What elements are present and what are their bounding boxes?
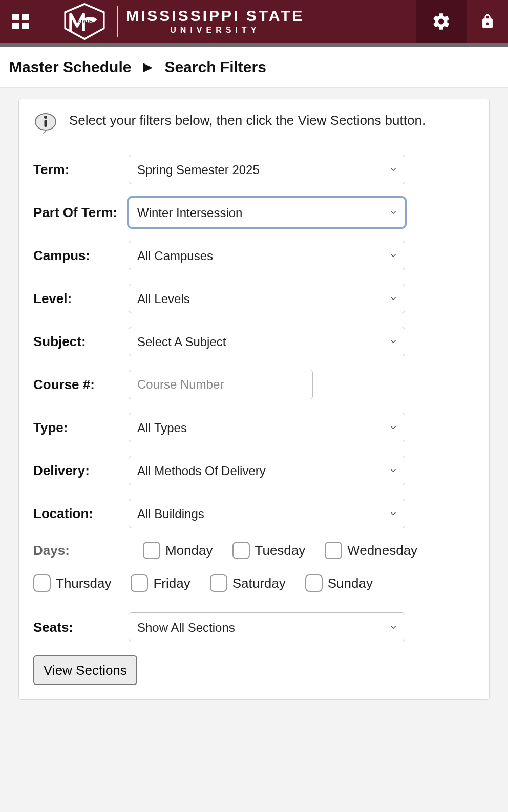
day-label: Saturday: [232, 575, 286, 591]
breadcrumb-root[interactable]: Master Schedule: [9, 58, 131, 76]
page-body: Select your filters below, then click th…: [0, 88, 508, 720]
header-left: STATE MISSISSIPPI STATE UNIVERSITY: [10, 3, 305, 40]
day-sunday[interactable]: Sunday: [305, 574, 373, 592]
row-seats: Seats: Show All Sections: [33, 612, 475, 642]
row-days: Days: Monday Tuesday Wednesday Thursday …: [33, 542, 475, 592]
app-header: STATE MISSISSIPPI STATE UNIVERSITY: [0, 0, 508, 43]
lock-button[interactable]: [477, 11, 498, 32]
intro-block: Select your filters below, then click th…: [33, 112, 475, 136]
gear-icon: [432, 12, 451, 31]
part-of-term-select[interactable]: Winter Intersession: [129, 198, 405, 227]
term-select[interactable]: Spring Semester 2025: [129, 155, 405, 184]
label-part-of-term: Part Of Term:: [33, 205, 129, 221]
label-seats: Seats:: [33, 619, 129, 635]
row-location: Location: All Buildings: [33, 499, 475, 528]
row-type: Type: All Types: [33, 413, 475, 442]
svg-text:STATE: STATE: [77, 18, 93, 24]
day-friday[interactable]: Friday: [131, 574, 190, 592]
checkbox-icon: [305, 574, 323, 592]
day-tuesday[interactable]: Tuesday: [232, 542, 306, 559]
intro-text: Select your filters below, then click th…: [69, 112, 426, 130]
day-wednesday[interactable]: Wednesday: [325, 542, 417, 559]
day-label: Sunday: [328, 575, 373, 591]
brand-block: STATE MISSISSIPPI STATE UNIVERSITY: [40, 3, 305, 40]
day-monday[interactable]: Monday: [143, 542, 213, 559]
brand-line1: MISSISSIPPI STATE: [126, 8, 305, 24]
view-sections-button[interactable]: View Sections: [33, 655, 137, 685]
label-days: Days:: [33, 543, 129, 559]
settings-button[interactable]: [416, 0, 467, 43]
subject-select[interactable]: Select A Subject: [129, 327, 405, 356]
label-campus: Campus:: [33, 248, 129, 264]
grid-icon: [12, 14, 29, 29]
label-location: Location:: [33, 506, 129, 522]
brand-wordmark: MISSISSIPPI STATE UNIVERSITY: [126, 8, 305, 35]
breadcrumb-current: Search Filters: [164, 58, 266, 76]
svg-rect-3: [45, 120, 47, 127]
breadcrumb-sep-icon: ▶: [143, 60, 152, 74]
delivery-select[interactable]: All Methods Of Delivery: [129, 456, 405, 485]
header-shadow: [0, 43, 508, 47]
info-icon: [33, 112, 58, 136]
row-level: Level: All Levels: [33, 284, 475, 313]
checkbox-icon: [33, 574, 51, 592]
type-select[interactable]: All Types: [129, 413, 405, 442]
brand-divider: [117, 6, 118, 37]
filter-card: Select your filters below, then click th…: [18, 99, 490, 700]
campus-select[interactable]: All Campuses: [129, 241, 405, 270]
location-select[interactable]: All Buildings: [129, 499, 405, 528]
breadcrumb: Master Schedule ▶ Search Filters: [0, 47, 508, 88]
app-menu-button[interactable]: [10, 11, 31, 32]
label-term: Term:: [33, 162, 129, 178]
label-level: Level:: [33, 291, 129, 307]
checkbox-icon: [232, 542, 250, 559]
action-row: View Sections: [33, 655, 475, 685]
row-subject: Subject: Select A Subject: [33, 327, 475, 356]
day-label: Wednesday: [347, 543, 417, 559]
day-label: Monday: [165, 543, 213, 559]
checkbox-icon: [325, 542, 342, 559]
row-course-num: Course #:: [33, 370, 475, 399]
checkbox-icon: [143, 542, 160, 559]
label-subject: Subject:: [33, 334, 129, 350]
brand-line2: UNIVERSITY: [126, 26, 305, 35]
day-saturday[interactable]: Saturday: [210, 574, 286, 592]
svg-point-4: [44, 116, 47, 119]
label-delivery: Delivery:: [33, 463, 129, 479]
header-right: [416, 0, 498, 43]
row-campus: Campus: All Campuses: [33, 241, 475, 270]
row-part-of-term: Part Of Term: Winter Intersession: [33, 198, 475, 227]
day-thursday[interactable]: Thursday: [33, 574, 111, 592]
row-delivery: Delivery: All Methods Of Delivery: [33, 456, 475, 485]
course-number-input[interactable]: [129, 370, 313, 399]
label-course-num: Course #:: [33, 377, 129, 393]
checkbox-icon: [131, 574, 148, 592]
checkbox-icon: [210, 574, 227, 592]
level-select[interactable]: All Levels: [129, 284, 405, 313]
day-label: Thursday: [56, 575, 111, 591]
lock-icon: [479, 13, 496, 30]
label-type: Type:: [33, 420, 129, 436]
seats-select[interactable]: Show All Sections: [129, 612, 405, 642]
msu-logo: STATE: [60, 3, 109, 40]
day-label: Tuesday: [255, 543, 306, 559]
day-label: Friday: [153, 575, 190, 591]
row-term: Term: Spring Semester 2025: [33, 155, 475, 184]
